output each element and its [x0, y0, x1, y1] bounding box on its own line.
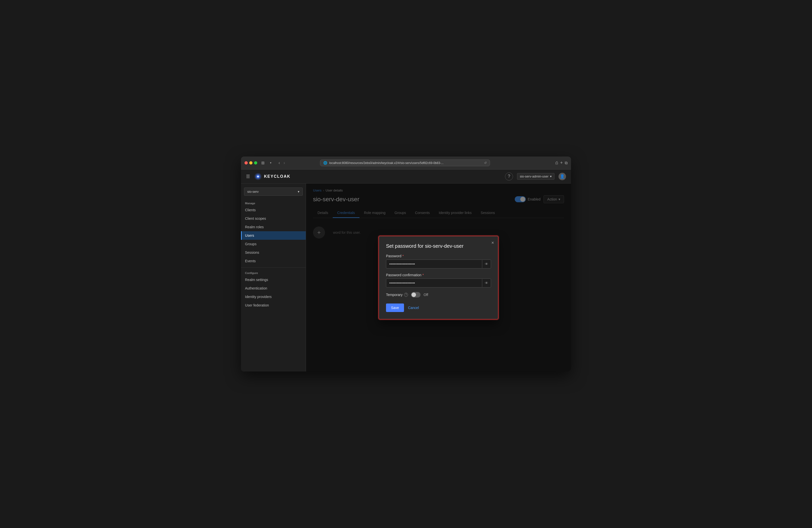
app-layout: ☰ KEYCLOAK ? sio-serv-admin-user ▾ 👤: [241, 170, 571, 371]
configure-section-label: Configure: [241, 269, 306, 276]
browser-chrome: ⊞ ▾ ‹ › 🌐 ↺ ⎙ + ⧉: [241, 157, 571, 170]
address-bar[interactable]: 🌐 ↺: [320, 160, 490, 166]
main-content: Users › User details sio-serv-dev-user E…: [306, 184, 571, 371]
sidebar-item-realm-roles[interactable]: Realm roles: [241, 223, 306, 231]
save-button[interactable]: Save: [386, 304, 404, 312]
sidebar-chevron-down-icon[interactable]: ▾: [269, 161, 273, 165]
temporary-toggle[interactable]: [411, 292, 420, 297]
reload-button[interactable]: ↺: [484, 161, 487, 165]
manage-section-label: Manage: [241, 200, 306, 206]
password-confirm-eye-toggle-button[interactable]: 👁: [482, 279, 491, 287]
sidebar-item-user-federation[interactable]: User federation: [241, 301, 306, 309]
cancel-button[interactable]: Cancel: [408, 306, 419, 310]
eye-slash-icon: 👁: [485, 262, 488, 266]
password-form-group: Password * 👁: [386, 254, 491, 268]
realm-selector-dropdown[interactable]: sio-serv ▾: [244, 188, 303, 196]
sidebar: sio-serv ▾ Manage Clients Client scopes …: [241, 184, 306, 371]
new-tab-button[interactable]: +: [560, 160, 563, 165]
modal-overlay: Set password for sio-serv-dev-user × Pas…: [306, 184, 571, 371]
realm-label: sio-serv: [247, 190, 259, 193]
keycloak-logo-text: KEYCLOAK: [264, 174, 290, 179]
temporary-info-icon[interactable]: ?: [404, 293, 408, 297]
user-menu-dropdown[interactable]: sio-serv-admin-user ▾: [517, 173, 554, 180]
password-input[interactable]: [386, 260, 482, 268]
back-button[interactable]: ‹: [277, 160, 281, 166]
chevron-down-icon: ▾: [550, 175, 552, 178]
password-confirm-input-wrapper: 👁: [386, 279, 491, 288]
sidebar-item-realm-settings[interactable]: Realm settings: [241, 276, 306, 284]
dialog-title: Set password for sio-serv-dev-user: [386, 243, 491, 249]
minimize-traffic-light[interactable]: [249, 161, 252, 164]
user-avatar[interactable]: 👤: [559, 173, 566, 180]
nav-username-label: sio-serv-admin-user: [520, 175, 549, 178]
set-password-dialog: Set password for sio-serv-dev-user × Pas…: [378, 236, 498, 320]
forward-button[interactable]: ›: [282, 160, 286, 166]
hamburger-button[interactable]: ☰: [246, 174, 250, 179]
share-button[interactable]: ⎙: [555, 160, 558, 165]
dialog-actions: Save Cancel: [386, 304, 491, 312]
temporary-row: Temporary ? Off: [386, 292, 491, 297]
password-confirm-label: Password confirmation *: [386, 273, 491, 277]
password-confirm-input[interactable]: [386, 279, 482, 287]
eye-slash-confirm-icon: 👁: [485, 281, 488, 285]
keycloak-logo-icon: [254, 173, 262, 180]
temporary-off-label: Off: [423, 293, 428, 297]
dialog-close-button[interactable]: ×: [491, 240, 494, 246]
browser-nav-controls: ‹ ›: [277, 160, 286, 166]
realm-dropdown-chevron-icon: ▾: [298, 190, 300, 193]
temporary-form-group: Temporary ? Off: [386, 292, 491, 297]
sidebar-toggle-btn[interactable]: ⊞: [260, 160, 266, 166]
sidebar-item-sessions[interactable]: Sessions: [241, 248, 306, 257]
content-area: sio-serv ▾ Manage Clients Client scopes …: [241, 184, 571, 371]
temporary-label: Temporary ?: [386, 293, 408, 297]
browser-window: ⊞ ▾ ‹ › 🌐 ↺ ⎙ + ⧉ ☰: [241, 157, 571, 371]
help-button[interactable]: ?: [505, 173, 513, 180]
temporary-toggle-knob: [411, 293, 416, 297]
globe-icon: 🌐: [323, 161, 327, 165]
sidebar-item-groups[interactable]: Groups: [241, 240, 306, 248]
sidebar-item-client-scopes[interactable]: Client scopes: [241, 214, 306, 223]
password-confirm-form-group: Password confirmation * 👁: [386, 273, 491, 288]
logo-area: KEYCLOAK: [254, 173, 290, 180]
password-confirm-required-star: *: [422, 273, 424, 277]
sidebar-item-identity-providers[interactable]: Identity providers: [241, 293, 306, 301]
fullscreen-traffic-light[interactable]: [254, 161, 257, 164]
traffic-lights: [245, 161, 257, 164]
password-label: Password *: [386, 254, 491, 258]
sidebar-item-users[interactable]: Users: [241, 231, 306, 240]
sidebar-item-authentication[interactable]: Authentication: [241, 284, 306, 293]
close-traffic-light[interactable]: [245, 161, 248, 164]
tab-overview-button[interactable]: ⧉: [565, 160, 567, 165]
sidebar-item-events[interactable]: Events: [241, 257, 306, 265]
svg-point-3: [257, 176, 259, 177]
password-eye-toggle-button[interactable]: 👁: [482, 260, 491, 268]
password-required-star: *: [402, 254, 404, 258]
url-input[interactable]: [329, 161, 482, 165]
top-nav: ☰ KEYCLOAK ? sio-serv-admin-user ▾ 👤: [241, 170, 571, 184]
sidebar-item-clients[interactable]: Clients: [241, 206, 306, 214]
browser-actions: ⎙ + ⧉: [555, 160, 567, 165]
password-input-wrapper: 👁: [386, 260, 491, 268]
